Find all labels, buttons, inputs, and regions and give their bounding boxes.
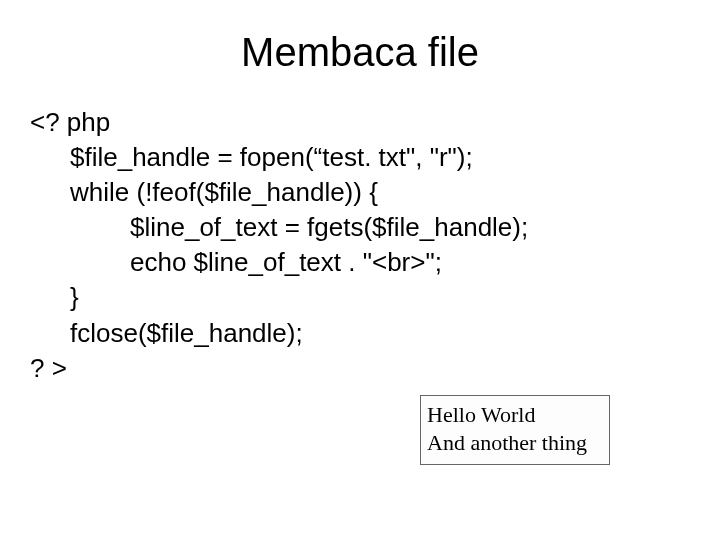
output-line: And another thing: [427, 429, 599, 457]
code-line: while (!feof($file_handle)) {: [30, 175, 690, 210]
code-line: ? >: [30, 351, 690, 386]
slide-title: Membaca file: [30, 30, 690, 75]
code-block: <? php $file_handle = fopen(“test. txt",…: [30, 105, 690, 386]
code-line: $file_handle = fopen(“test. txt", "r");: [30, 140, 690, 175]
code-line: $line_of_text = fgets($file_handle);: [30, 210, 690, 245]
slide: Membaca file <? php $file_handle = fopen…: [0, 0, 720, 540]
output-box: Hello World And another thing: [420, 395, 610, 465]
code-line: <? php: [30, 105, 690, 140]
output-line: Hello World: [427, 401, 599, 429]
code-line: }: [30, 280, 690, 315]
code-line: fclose($file_handle);: [30, 316, 690, 351]
code-line: echo $line_of_text . "<br>";: [30, 245, 690, 280]
